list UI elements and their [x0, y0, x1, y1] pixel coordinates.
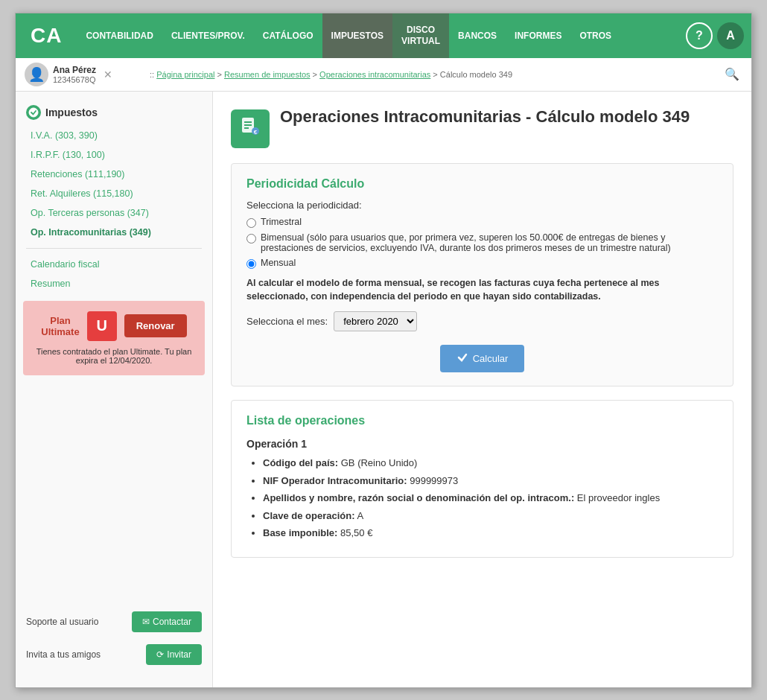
app-window: CA CONTABILIDAD CLIENTES/PROV. CATÁLOGO …	[15, 13, 752, 688]
calc-btn-row: Calcular	[246, 345, 718, 372]
svg-point-0	[29, 108, 38, 117]
user-avatar-button[interactable]: A	[717, 22, 744, 49]
support-label: Soporte al usuario	[26, 617, 98, 627]
support-row: Soporte al usuario ✉ Contactar	[23, 607, 205, 637]
main-layout: Impuestos I.V.A. (303, 390) I.R.P.F. (13…	[16, 92, 751, 687]
calc-button[interactable]: Calcular	[440, 345, 525, 372]
calc-card: Periodicidad Cálculo Selecciona la perio…	[231, 163, 733, 387]
calc-note: Al calcular el modelo de forma mensual, …	[246, 276, 718, 305]
invite-button[interactable]: ⟳ Invitar	[146, 644, 202, 665]
list-item: Clave de operación: A	[263, 509, 718, 524]
nav-clientes[interactable]: CLIENTES/PROV.	[162, 13, 254, 58]
list-title: Lista de operaciones	[246, 414, 718, 427]
radio-trimestral-label: Trimestral	[261, 217, 302, 227]
invite-label: Invita a tus amigos	[26, 649, 101, 660]
field-value: 999999973	[410, 475, 458, 486]
field-value: GB (Reino Unido)	[341, 457, 418, 468]
plan-title-line2: Ultimate	[41, 326, 79, 337]
sidebar-item-ret-alquileres[interactable]: Ret. Alquileres (115,180)	[16, 184, 212, 203]
close-user-icon[interactable]: ✕	[104, 69, 112, 80]
sidebar-item-irpf[interactable]: I.R.P.F. (130, 100)	[16, 145, 212, 165]
list-card: Lista de operaciones Operación 1 Código …	[231, 400, 733, 558]
share-icon: ⟳	[156, 649, 164, 660]
nav-catalogo[interactable]: CATÁLOGO	[254, 13, 322, 58]
sidebar-divider	[26, 248, 202, 249]
field-label: Apellidos y nombre, razón social o denom…	[263, 492, 574, 503]
content-area: € Operaciones Intracomunitarias - Cálcul…	[213, 92, 751, 687]
user-name: Ana Pérez	[53, 65, 96, 75]
search-button[interactable]: 🔍	[722, 64, 742, 85]
plan-letter: U	[87, 311, 117, 341]
radio-bimensual-input[interactable]	[246, 234, 256, 244]
user-info: 👤 Ana Pérez 12345678Q ✕	[25, 63, 144, 86]
page-title: Operaciones Intracomunitarias - Cálculo …	[280, 106, 690, 128]
field-label: Código del país:	[263, 457, 338, 468]
field-label: Clave de operación:	[263, 510, 355, 521]
breadcrumb-link-operaciones[interactable]: Operaciones intracomunitarias	[319, 70, 430, 79]
plan-header: Plan Ultimate U Renovar	[34, 311, 194, 341]
radio-mensual: Mensual	[246, 258, 718, 269]
field-value: El proveedor ingles	[577, 492, 660, 503]
mes-label: Selecciona el mes:	[246, 316, 328, 327]
user-avatar-icon: 👤	[25, 63, 48, 86]
sidebar-item-op-terceras[interactable]: Op. Terceras personas (347)	[16, 203, 212, 223]
page-header: € Operaciones Intracomunitarias - Cálcul…	[231, 106, 733, 148]
contact-button[interactable]: ✉ Contactar	[132, 611, 202, 632]
field-label: NIF Operador Intracomunitario:	[263, 475, 407, 486]
calc-card-title: Periodicidad Cálculo	[246, 177, 718, 191]
help-button[interactable]: ?	[686, 22, 713, 49]
sidebar-bottom: Soporte al usuario ✉ Contactar Invita a …	[16, 599, 212, 680]
email-icon: ✉	[142, 617, 150, 627]
plan-title-line1: Plan	[41, 315, 79, 326]
radio-trimestral-input[interactable]	[246, 218, 256, 228]
breadcrumb-bar: 👤 Ana Pérez 12345678Q ✕ :: Página princi…	[16, 58, 751, 92]
radio-bimensual: Bimensual (sólo para usuarios que, por p…	[246, 232, 718, 253]
breadcrumb-path: :: Página principal > Resumen de impuest…	[150, 70, 716, 79]
nav-disco-virtual[interactable]: DISCOVIRTUAL	[392, 13, 449, 58]
nav-informes[interactable]: INFORMES	[506, 13, 570, 58]
field-label: Base imponible:	[263, 527, 337, 538]
page-icon: €	[231, 109, 270, 148]
radio-trimestral: Trimestral	[246, 217, 718, 228]
nav-otros[interactable]: OTROS	[570, 13, 620, 58]
calc-icon	[456, 351, 468, 366]
sidebar-item-calendario[interactable]: Calendario fiscal	[16, 255, 212, 274]
sidebar-item-retenciones[interactable]: Retenciones (111,190)	[16, 165, 212, 184]
renew-button[interactable]: Renovar	[124, 314, 187, 337]
sidebar-section-icon	[26, 105, 41, 120]
nav-bancos[interactable]: BANCOS	[449, 13, 506, 58]
operation-1-list: Código del país: GB (Reino Unido) NIF Op…	[246, 456, 718, 541]
nav-impuestos[interactable]: IMPUESTOS	[322, 13, 392, 58]
breadcrumb-link-home[interactable]: Página principal	[156, 70, 214, 79]
invite-row: Invita a tus amigos ⟳ Invitar	[23, 640, 205, 669]
svg-text:€: €	[254, 129, 258, 136]
periodicity-label: Selecciona la periodicidad:	[246, 200, 718, 211]
sidebar-item-iva[interactable]: I.V.A. (303, 390)	[16, 126, 212, 145]
sidebar-item-op-intracomunitarias[interactable]: Op. Intracomunitarias (349)	[16, 223, 212, 242]
radio-mensual-input[interactable]	[246, 259, 256, 269]
sidebar-item-resumen[interactable]: Resumen	[16, 274, 212, 293]
list-item: Apellidos y nombre, razón social o denom…	[263, 491, 718, 506]
breadcrumb-link-resumen[interactable]: Resumen de impuestos	[224, 70, 311, 79]
field-value: A	[357, 510, 363, 521]
list-item: Código del país: GB (Reino Unido)	[263, 456, 718, 471]
field-value: 85,50 €	[340, 527, 372, 538]
logo[interactable]: CA	[23, 24, 69, 48]
radio-mensual-label: Mensual	[261, 258, 296, 268]
list-item: Base imponible: 85,50 €	[263, 526, 718, 541]
radio-bimensual-label: Bimensual (sólo para usuarios que, por p…	[261, 232, 718, 253]
user-id: 12345678Q	[53, 75, 96, 84]
sidebar-section-title: Impuestos	[16, 99, 212, 126]
list-item: NIF Operador Intracomunitario: 999999973	[263, 474, 718, 489]
top-nav: CA CONTABILIDAD CLIENTES/PROV. CATÁLOGO …	[16, 13, 751, 58]
mes-row: Selecciona el mes: febrero 2020	[246, 311, 718, 331]
plan-box: Plan Ultimate U Renovar Tienes contratad…	[23, 301, 205, 375]
document-icon: €	[240, 116, 261, 141]
nav-contabilidad[interactable]: CONTABILIDAD	[77, 13, 162, 58]
operation-1-title: Operación 1	[246, 438, 718, 450]
plan-info: Tienes contratado el plan Ultimate. Tu p…	[34, 347, 194, 365]
mes-select[interactable]: febrero 2020	[334, 311, 417, 331]
sidebar: Impuestos I.V.A. (303, 390) I.R.P.F. (13…	[16, 92, 213, 687]
